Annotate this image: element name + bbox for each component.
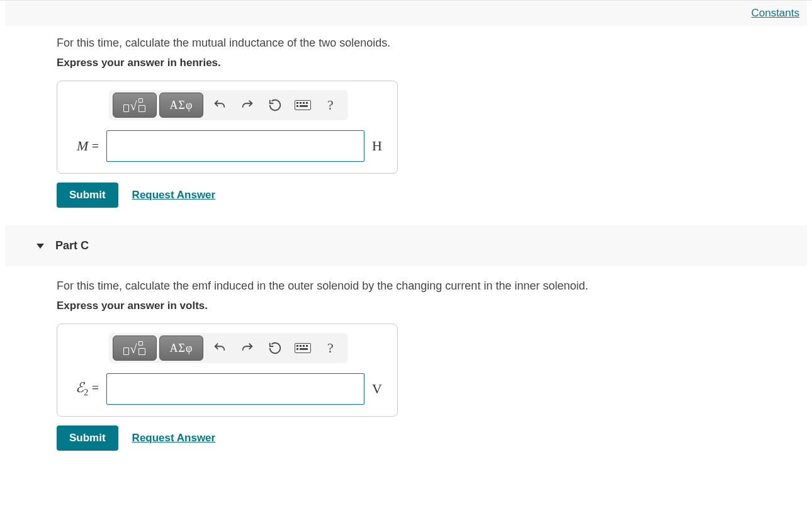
part-c-body: For this time, calculate the emf induced… bbox=[0, 278, 812, 468]
constants-link[interactable]: Constants bbox=[751, 7, 799, 19]
templates-button[interactable]: √ bbox=[113, 93, 157, 118]
variable-label: M = bbox=[67, 138, 99, 154]
help-button[interactable]: ? bbox=[317, 335, 344, 361]
answer-row: ℰ2 = V bbox=[67, 373, 387, 405]
undo-button[interactable] bbox=[206, 93, 234, 118]
answer-box: √ ΑΣφ ? M = H bbox=[57, 81, 398, 174]
request-answer-link[interactable]: Request Answer bbox=[132, 432, 216, 444]
answer-box: √ ΑΣφ ? ℰ2 = V bbox=[57, 324, 398, 417]
unit-label: H bbox=[372, 138, 382, 154]
undo-button[interactable] bbox=[206, 335, 234, 361]
greek-symbols-button[interactable]: ΑΣφ bbox=[159, 335, 203, 361]
question-text: For this time, calculate the mutual indu… bbox=[57, 35, 812, 52]
answer-input[interactable] bbox=[106, 373, 364, 405]
part-title: Part C bbox=[55, 239, 89, 252]
keyboard-icon bbox=[295, 343, 311, 353]
actions-row: Submit Request Answer bbox=[57, 426, 812, 468]
actions-row: Submit Request Answer bbox=[57, 183, 812, 225]
keyboard-icon bbox=[295, 100, 311, 110]
part-c-header: Part C bbox=[5, 225, 807, 266]
templates-button[interactable]: √ bbox=[113, 335, 157, 361]
question-text: For this time, calculate the emf induced… bbox=[57, 278, 812, 295]
equation-toolbar: √ ΑΣφ ? bbox=[109, 333, 348, 363]
keyboard-button[interactable] bbox=[289, 335, 317, 361]
submit-button[interactable]: Submit bbox=[57, 426, 118, 451]
keyboard-button[interactable] bbox=[289, 93, 317, 118]
help-button[interactable]: ? bbox=[317, 93, 344, 118]
redo-button[interactable] bbox=[234, 93, 261, 118]
request-answer-link[interactable]: Request Answer bbox=[132, 189, 216, 201]
greek-symbols-button[interactable]: ΑΣφ bbox=[159, 93, 203, 118]
answer-row: M = H bbox=[67, 130, 387, 162]
top-bar: Constants bbox=[5, 1, 807, 26]
instruction-text: Express your answer in henries. bbox=[57, 57, 812, 69]
equation-toolbar: √ ΑΣφ ? bbox=[109, 90, 348, 120]
part-b-body: For this time, calculate the mutual indu… bbox=[0, 35, 812, 225]
unit-label: V bbox=[372, 381, 382, 397]
redo-button[interactable] bbox=[234, 335, 261, 361]
answer-input[interactable] bbox=[106, 130, 364, 162]
instruction-text: Express your answer in volts. bbox=[57, 300, 812, 312]
variable-label: ℰ2 = bbox=[67, 380, 99, 398]
reset-button[interactable] bbox=[261, 335, 289, 361]
submit-button[interactable]: Submit bbox=[57, 183, 118, 208]
reset-button[interactable] bbox=[261, 93, 289, 118]
collapse-caret-icon[interactable] bbox=[37, 244, 44, 249]
